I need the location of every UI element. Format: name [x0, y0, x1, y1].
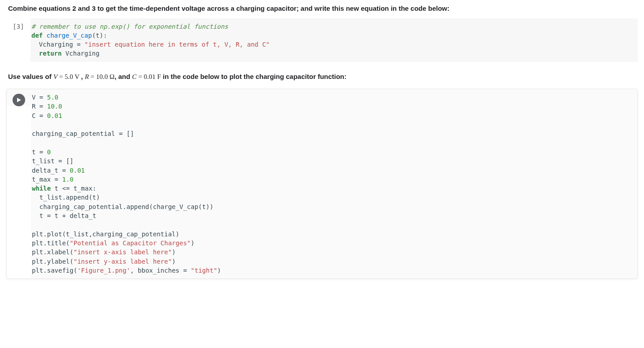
- code-editor-2[interactable]: V = 5.0 R = 10.0 C = 0.01 charging_cap_p…: [31, 89, 637, 278]
- text-cell-instructions-2: Use values of V = 5.0 V , R = 10.0 Ω, an…: [6, 68, 638, 84]
- text-cell-instructions-1: Combine equations 2 and 3 to get the tim…: [6, 0, 638, 16]
- text-rest: in the code below to plot the charging c…: [161, 73, 346, 80]
- play-icon: [16, 97, 22, 103]
- svg-marker-0: [17, 98, 21, 102]
- code-content-2[interactable]: V = 5.0 R = 10.0 C = 0.01 charging_cap_p…: [32, 93, 634, 275]
- code-cell-2: V = 5.0 R = 10.0 C = 0.01 charging_cap_p…: [6, 89, 638, 279]
- text-comma: ,: [81, 73, 85, 80]
- text-comma-2: , and: [114, 73, 132, 80]
- math-eq-C: = 0.01 F: [136, 73, 161, 80]
- code-content-1[interactable]: # remember to use np.exp() for exponenti…: [31, 22, 634, 58]
- code-editor-1[interactable]: # remember to use np.exp() for exponenti…: [31, 18, 638, 62]
- instruction-text: Combine equations 2 and 3 to get the tim…: [8, 4, 449, 12]
- execution-count: [3]: [13, 22, 24, 31]
- cell-gutter-2: [7, 89, 31, 106]
- math-eq-R: = 10.0 Ω: [89, 73, 114, 80]
- math-eq-V: = 5.0 V: [57, 73, 81, 80]
- math-C: C: [132, 73, 136, 80]
- run-button[interactable]: [13, 94, 25, 106]
- math-R: R: [85, 73, 89, 80]
- code-cell-1: [3] # remember to use np.exp() for expon…: [6, 18, 638, 62]
- text-part: Use values of: [8, 73, 53, 80]
- cell-prompt: [3]: [6, 18, 31, 31]
- math-V: V: [53, 73, 57, 80]
